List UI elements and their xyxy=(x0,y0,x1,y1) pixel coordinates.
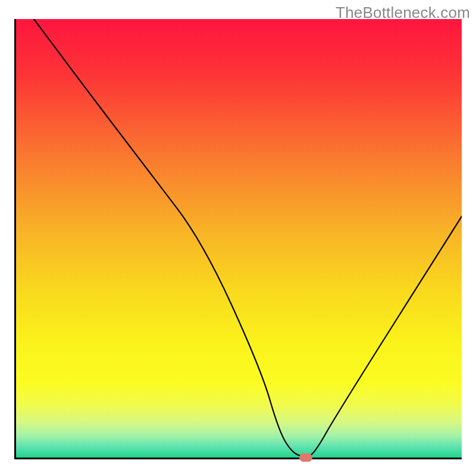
chart-curve xyxy=(16,19,462,458)
x-axis xyxy=(14,458,462,459)
minimum-marker xyxy=(299,453,312,462)
y-axis xyxy=(14,19,16,459)
watermark-text: TheBottleneck.com xyxy=(336,4,470,22)
